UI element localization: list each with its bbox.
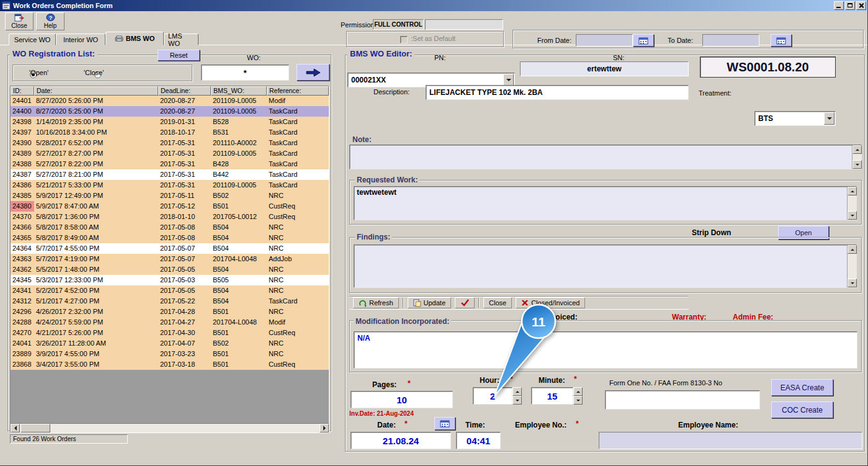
findings-scrollbar[interactable] bbox=[847, 245, 856, 287]
easa-create-label: EASA Create bbox=[781, 383, 825, 392]
table-cell: 24365 bbox=[11, 233, 34, 243]
table-row[interactable]: 243895/27/2017 8:27:00 PM2017-05-3120110… bbox=[11, 148, 329, 159]
spin-down-button[interactable] bbox=[573, 396, 583, 405]
help-button[interactable]: ? Help bbox=[36, 12, 65, 30]
requested-work-label: Requested Work: bbox=[355, 176, 419, 184]
set-as-default-checkbox[interactable] bbox=[400, 36, 408, 43]
scroll-down-button[interactable] bbox=[848, 211, 857, 220]
form-one-input[interactable] bbox=[605, 390, 760, 410]
table-row[interactable]: 243905/28/2017 6:52:00 PM2017-05-3120111… bbox=[11, 138, 329, 148]
table-row[interactable]: 243455/3/2017 12:33:00 PM2017-05-03B505N… bbox=[11, 275, 329, 285]
scroll-down-button[interactable] bbox=[852, 160, 862, 169]
table-row[interactable]: 242964/26/2017 2:32:00 PM2017-04-28B501N… bbox=[11, 307, 329, 317]
tab-service-wo[interactable]: Service WO bbox=[9, 34, 56, 45]
table-cell: 5/7/2017 4:55:00 PM bbox=[34, 243, 158, 254]
coc-create-button[interactable]: COC Create bbox=[771, 401, 833, 418]
table-row[interactable]: 240413/26/2017 11:28:00 AM2017-04-07B502… bbox=[11, 338, 329, 349]
spin-up-button[interactable] bbox=[573, 387, 583, 396]
date-calendar-button[interactable] bbox=[434, 417, 455, 430]
scroll-up-button[interactable] bbox=[848, 245, 857, 254]
employee-name-field bbox=[599, 432, 862, 449]
minimize-button[interactable] bbox=[834, 1, 844, 10]
scroll-up-button[interactable] bbox=[852, 145, 862, 154]
table-row[interactable]: 243655/8/2017 8:49:00 AM2017-05-08B504NR… bbox=[11, 233, 329, 243]
wo-search-input[interactable]: * bbox=[201, 65, 289, 81]
table-row[interactable]: 243125/1/2017 4:27:00 PM2017-05-22B504Ta… bbox=[11, 296, 329, 307]
table-row[interactable]: 2439710/16/2018 3:34:00 PM2018-10-17B531… bbox=[11, 127, 329, 138]
scroll-right-button[interactable] bbox=[320, 424, 329, 432]
requested-work-scrollbar[interactable] bbox=[847, 187, 856, 220]
to-date-calendar-button[interactable] bbox=[771, 34, 792, 47]
table-row[interactable]: 243635/7/2017 4:19:00 PM2017-05-07201704… bbox=[11, 254, 329, 264]
easa-create-button[interactable]: EASA Create bbox=[771, 379, 833, 396]
table-row[interactable]: 243875/27/2017 8:21:00 PM2017-05-31B442T… bbox=[11, 169, 329, 180]
hscroll-thumb[interactable] bbox=[20, 424, 50, 432]
close-button[interactable]: Close bbox=[5, 12, 34, 30]
findings-textarea[interactable] bbox=[354, 244, 857, 288]
table-cell: 24401 bbox=[11, 96, 34, 106]
table-row[interactable]: 244008/27/2020 5:25:00 PM2020-08-2720110… bbox=[11, 106, 329, 117]
table-row[interactable]: 243705/8/2017 1:36:00 PM2018-01-10201705… bbox=[11, 212, 329, 222]
reset-button[interactable]: Reset bbox=[158, 50, 200, 61]
tab-lms-wo[interactable]: LMS WO bbox=[164, 34, 199, 45]
column-header[interactable]: BMS_WO: bbox=[211, 86, 267, 96]
employee-no-label: Employee No.: bbox=[515, 421, 566, 429]
from-date-calendar-button[interactable] bbox=[633, 34, 654, 47]
table-cell: NRC bbox=[267, 349, 329, 359]
column-header[interactable]: Reference: bbox=[267, 86, 329, 96]
table-row[interactable]: 242884/24/2017 5:59:00 PM2017-04-2720170… bbox=[11, 317, 329, 328]
table-row[interactable]: 244018/27/2020 5:26:00 PM2020-08-2720110… bbox=[11, 96, 329, 106]
tab-label: Service WO bbox=[14, 36, 51, 43]
table-cell: 2017-05-31 bbox=[158, 148, 211, 159]
tab-interior-wo[interactable]: Interior WO bbox=[56, 34, 105, 45]
treatment-dropdown-button[interactable] bbox=[824, 112, 834, 125]
description-field[interactable]: LIFEJACKET TYPE 102 Mk. 2BA bbox=[426, 85, 689, 100]
table-cell: B504 bbox=[211, 243, 267, 254]
table-cell: 2017-03-18 bbox=[158, 359, 211, 370]
maximize-button[interactable] bbox=[845, 1, 855, 10]
requested-work-textarea[interactable]: tewtwetewt bbox=[354, 186, 857, 220]
tab-bms-wo[interactable]: BMS WO bbox=[105, 32, 164, 45]
scroll-left-button[interactable] bbox=[11, 424, 20, 432]
close-radio-label: 'Close' bbox=[84, 69, 104, 76]
refresh-button[interactable]: Refresh bbox=[353, 297, 399, 308]
minute-stepper[interactable] bbox=[573, 387, 583, 405]
table-row[interactable]: 238683/4/2017 3:55:00 PM2017-03-18B501Cu… bbox=[11, 359, 329, 370]
table-row[interactable]: 243865/21/2017 5:33:00 PM2017-05-3120110… bbox=[11, 180, 329, 190]
date-input[interactable]: 21.08.24 bbox=[351, 432, 451, 449]
close-window-button[interactable] bbox=[856, 1, 866, 10]
table-cell: 2017-05-08 bbox=[158, 233, 211, 243]
time-input[interactable]: 04:41 bbox=[456, 432, 501, 449]
to-date-field[interactable] bbox=[702, 34, 759, 47]
modification-textarea[interactable]: N/A bbox=[354, 331, 857, 369]
wo-go-button[interactable] bbox=[297, 64, 329, 81]
table-row[interactable]: 243665/8/2017 8:58:00 AM2017-05-08B504NR… bbox=[11, 222, 329, 233]
table-row[interactable]: 243855/9/2017 12:49:00 PM2017-05-11B502N… bbox=[11, 190, 329, 201]
column-header[interactable]: DeadLine: bbox=[158, 86, 211, 96]
column-header[interactable]: Date: bbox=[34, 86, 158, 96]
table-row[interactable]: 243805/9/2017 8:47:00 AM2017-05-12B501Cu… bbox=[11, 201, 329, 212]
tab-label: BMS WO bbox=[126, 35, 154, 42]
down-arrow-icon bbox=[856, 164, 859, 166]
note-textarea[interactable] bbox=[349, 145, 862, 169]
table-cell: 8/27/2020 5:25:00 PM bbox=[34, 106, 158, 117]
from-date-field[interactable] bbox=[576, 34, 633, 47]
tab-label: LMS WO bbox=[168, 32, 194, 47]
table-row[interactable]: 243415/2/2017 4:52:00 PM2017-05-05B504NR… bbox=[11, 285, 329, 296]
column-header[interactable]: ID: bbox=[11, 86, 34, 96]
pn-dropdown-button[interactable] bbox=[503, 74, 514, 86]
pages-input[interactable]: 10 bbox=[351, 391, 453, 408]
scroll-down-button[interactable] bbox=[848, 279, 857, 287]
update-button[interactable]: Update bbox=[408, 297, 451, 308]
table-row[interactable]: 242704/21/2017 5:26:00 PM2017-04-30B501C… bbox=[11, 328, 329, 338]
table-row[interactable]: 238893/9/2017 4:55:00 PM2017-03-23B501NR… bbox=[11, 349, 329, 359]
table-row[interactable]: 243981/14/2019 2:35:00 PM2019-01-31B528T… bbox=[11, 117, 329, 127]
wo-list-hscrollbar[interactable] bbox=[11, 423, 329, 432]
note-scrollbar[interactable] bbox=[852, 145, 861, 169]
scroll-up-button[interactable] bbox=[848, 187, 857, 195]
table-row[interactable]: 243625/5/2017 1:48:00 PM2017-05-05B504NR… bbox=[11, 264, 329, 275]
table-cell: CustReq bbox=[267, 201, 329, 212]
table-row[interactable]: 243885/27/2017 8:22:00 PM2017-05-31B428T… bbox=[11, 159, 329, 169]
treatment-combo[interactable]: BTS bbox=[754, 111, 836, 126]
table-row[interactable]: 243645/7/2017 4:55:00 PM2017-05-07B504NR… bbox=[11, 243, 329, 254]
